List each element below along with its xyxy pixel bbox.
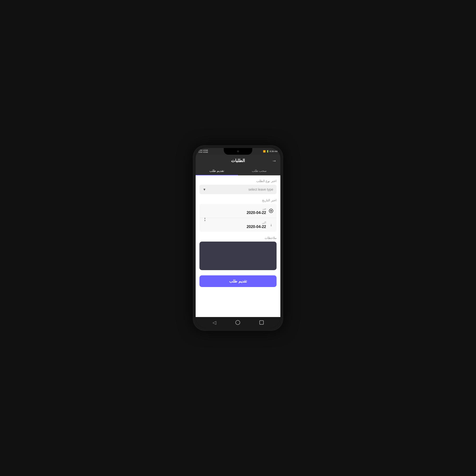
leave-type-label: اختر نوع الطلب bbox=[200, 179, 276, 183]
chevron-down-icon: ▼ bbox=[203, 187, 206, 191]
back-nav-button[interactable]: ◁ bbox=[213, 320, 216, 325]
status-line1: STAY HOME bbox=[199, 150, 208, 151]
from-date-dot bbox=[270, 210, 272, 212]
status-line2: STAY HOME bbox=[199, 151, 208, 153]
notes-label: ملاحظات bbox=[200, 236, 276, 240]
time-display: 8:39 AM bbox=[270, 150, 277, 153]
camera bbox=[237, 151, 239, 152]
from-date-value: 2020-04-22 bbox=[203, 211, 266, 215]
tab-withdraw-label: سحب طلب bbox=[252, 169, 267, 172]
date-section-label: اختر التاريخ bbox=[200, 199, 276, 202]
leave-type-dropdown[interactable]: ▼ select leave type bbox=[200, 185, 276, 194]
to-date-label: الى bbox=[203, 221, 266, 224]
back-arrow-button[interactable]: → bbox=[272, 158, 276, 164]
date-container: من 2020-04-22 الى 202 bbox=[200, 204, 276, 232]
notes-section: ملاحظات bbox=[200, 236, 276, 271]
battery-icon: 🔋 bbox=[266, 150, 269, 153]
tab-withdraw[interactable]: سحب طلب bbox=[238, 167, 280, 175]
app-screen: STAY HOME STAY HOME 📶 🔋 8:39 AM الطلبات … bbox=[196, 148, 280, 328]
tab-submit-label: تقديم طلب bbox=[209, 169, 224, 172]
from-date-icon bbox=[269, 209, 273, 213]
notes-textarea[interactable] bbox=[200, 241, 276, 270]
status-left: STAY HOME STAY HOME bbox=[199, 150, 208, 153]
signal-icon: 📶 bbox=[263, 150, 266, 153]
phone-screen: STAY HOME STAY HOME 📶 🔋 8:39 AM الطلبات … bbox=[196, 148, 280, 328]
date-connector-line bbox=[205, 218, 205, 221]
form-content: اختر نوع الطلب ▼ select leave type اختر … bbox=[196, 175, 280, 317]
status-right: 📶 🔋 8:39 AM bbox=[263, 150, 277, 153]
from-date-label: من bbox=[203, 207, 266, 210]
to-date-icon: ↓ bbox=[269, 223, 273, 227]
from-date-row[interactable]: من 2020-04-22 bbox=[200, 204, 276, 218]
app-header: الطلبات → bbox=[196, 155, 280, 167]
recent-nav-button[interactable] bbox=[259, 320, 264, 325]
home-nav-button[interactable] bbox=[235, 320, 240, 325]
tab-submit[interactable]: تقديم طلب bbox=[196, 167, 238, 175]
app-title: الطلبات bbox=[231, 158, 245, 163]
date-section: اختر التاريخ من 2020-04-22 bbox=[200, 199, 276, 232]
to-date-group: الى 2020-04-22 bbox=[203, 221, 266, 229]
leave-type-placeholder: select leave type bbox=[249, 187, 273, 191]
to-date-row[interactable]: الى 2020-04-22 ↓ bbox=[200, 218, 276, 232]
tabs-container: تقديم طلب سحب طلب bbox=[196, 167, 280, 175]
notch bbox=[224, 148, 252, 155]
phone-frame: STAY HOME STAY HOME 📶 🔋 8:39 AM الطلبات … bbox=[193, 145, 283, 331]
to-date-value: 2020-04-22 bbox=[203, 225, 266, 229]
bottom-navigation: ◁ bbox=[196, 317, 280, 328]
from-date-group: من 2020-04-22 bbox=[203, 207, 266, 215]
submit-button[interactable]: تقديم طلب bbox=[200, 275, 276, 287]
